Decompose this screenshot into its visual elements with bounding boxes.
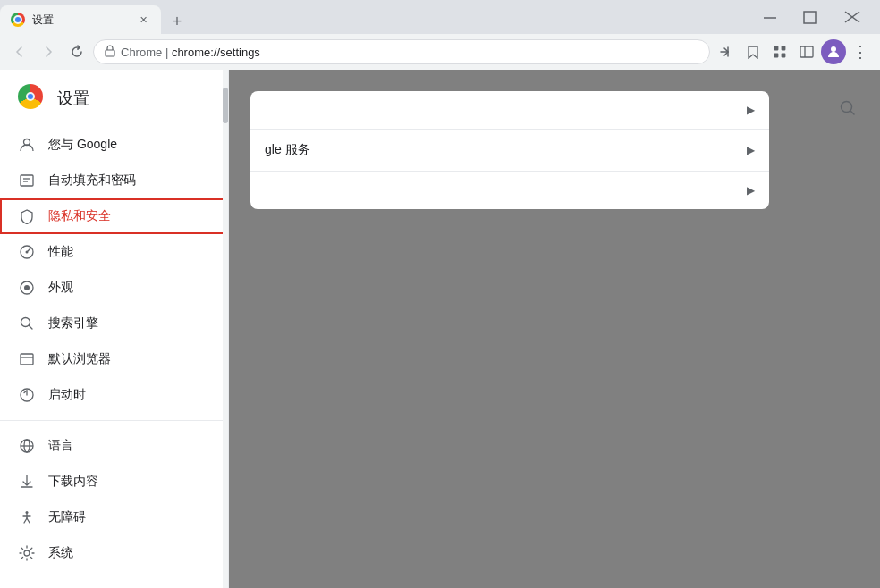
- card-item-1[interactable]: ▶: [250, 91, 769, 130]
- sidebar-item-performance[interactable]: 性能: [0, 234, 228, 270]
- appearance-icon: [18, 279, 36, 297]
- svg-line-38: [27, 518, 30, 523]
- search-icon: [18, 315, 36, 332]
- sidebar-item-label: 您与 Google: [48, 137, 117, 153]
- svg-point-39: [24, 550, 30, 556]
- sidebar-item-default-browser[interactable]: 默认浏览器: [0, 341, 228, 377]
- card-item-3[interactable]: ▶: [250, 172, 769, 209]
- share-button[interactable]: [714, 39, 739, 64]
- svg-line-24: [30, 326, 33, 330]
- download-icon: [18, 473, 36, 491]
- active-tab[interactable]: 设置 ✕: [0, 5, 161, 34]
- sidebar-item-accessibility[interactable]: 无障碍: [0, 500, 228, 535]
- main-search-button[interactable]: [833, 94, 862, 122]
- person-icon: [18, 136, 36, 154]
- toolbar: Chrome | chrome://settings: [0, 34, 880, 70]
- toolbar-actions: ⋮: [714, 39, 873, 64]
- window-controls: [742, 0, 880, 34]
- svg-rect-11: [782, 54, 786, 58]
- sidebar-item-label: 启动时: [48, 387, 86, 403]
- svg-rect-9: [782, 46, 786, 51]
- close-button[interactable]: [832, 0, 873, 34]
- settings-card-1: ▶ gle 服务 ▶ ▶: [250, 91, 769, 209]
- sidebar-item-search-engine[interactable]: 搜索引擎: [0, 306, 228, 341]
- accessibility-icon: [18, 508, 36, 526]
- browser-window: 设置 ✕ +: [0, 0, 880, 588]
- svg-rect-2: [791, 0, 832, 34]
- svg-point-22: [24, 285, 30, 290]
- sidebar-toggle-button[interactable]: [794, 39, 819, 64]
- card-item-2[interactable]: gle 服务 ▶: [250, 130, 769, 172]
- title-bar: 设置 ✕ +: [0, 0, 880, 34]
- settings-sidebar: 设置 您与 Google: [0, 70, 229, 588]
- sidebar-item-system[interactable]: 系统: [0, 535, 228, 571]
- sidebar-item-downloads[interactable]: 下载内容: [0, 464, 228, 500]
- sidebar-item-label: 自动填充和密码: [48, 172, 136, 189]
- sidebar-item-label: 默认浏览器: [48, 351, 111, 367]
- card-item-text-2: gle 服务: [265, 142, 747, 158]
- performance-icon: [18, 243, 36, 261]
- sidebar-header: 设置: [0, 70, 228, 127]
- sidebar-item-label: 无障碍: [48, 509, 86, 525]
- svg-rect-12: [800, 46, 813, 57]
- sidebar-scrollbar[interactable]: [223, 70, 228, 588]
- svg-point-20: [26, 251, 29, 254]
- tabs-area: 设置 ✕ +: [0, 0, 742, 34]
- svg-line-37: [24, 518, 27, 523]
- sidebar-item-google-account[interactable]: 您与 Google: [0, 127, 228, 163]
- main-content: ▶ gle 服务 ▶ ▶: [229, 70, 880, 588]
- sidebar-item-label: 搜索引擎: [48, 315, 98, 332]
- settings-cards-container: ▶ gle 服务 ▶ ▶: [250, 91, 769, 223]
- sidebar-item-appearance[interactable]: 外观: [0, 270, 228, 306]
- extensions-button[interactable]: [767, 39, 792, 64]
- svg-point-14: [831, 46, 836, 52]
- sidebar-item-label: 语言: [48, 438, 73, 454]
- back-button[interactable]: [7, 39, 32, 64]
- sidebar-item-privacy[interactable]: 隐私和安全: [0, 198, 228, 234]
- browser-icon: [18, 350, 36, 368]
- sidebar-item-label: 外观: [48, 280, 73, 296]
- chrome-logo-icon: [11, 13, 25, 27]
- chrome-logo-settings: [18, 84, 43, 109]
- refresh-button[interactable]: [64, 39, 89, 64]
- card-item-arrow-2: ▶: [747, 144, 755, 156]
- sidebar-item-label: 性能: [48, 244, 73, 260]
- sidebar-item-autofill[interactable]: 自动填充和密码: [0, 163, 228, 198]
- tab-title: 设置: [32, 13, 129, 28]
- address-bar[interactable]: Chrome | chrome://settings: [93, 39, 710, 64]
- startup-icon: [18, 386, 36, 404]
- settings-page-title: 设置: [57, 88, 89, 109]
- content-area: 设置 您与 Google: [0, 70, 880, 588]
- svg-point-23: [21, 318, 30, 327]
- svg-line-41: [850, 111, 854, 114]
- sidebar-item-languages[interactable]: 语言: [0, 428, 228, 464]
- chrome-settings-logo: [18, 84, 47, 113]
- lock-icon: [105, 45, 115, 60]
- forward-button[interactable]: [36, 39, 61, 64]
- svg-rect-7: [106, 50, 114, 56]
- chrome-label: Chrome: [121, 46, 162, 59]
- sidebar-item-startup[interactable]: 启动时: [0, 377, 228, 413]
- nav-divider: [0, 420, 228, 421]
- profile-button[interactable]: [821, 39, 846, 64]
- card-item-arrow-1: ▶: [747, 104, 755, 116]
- tab-close-button[interactable]: ✕: [136, 13, 150, 27]
- address-text: Chrome | chrome://settings: [121, 46, 698, 59]
- shield-icon: [18, 207, 36, 225]
- bookmark-button[interactable]: [740, 39, 766, 64]
- restore-button[interactable]: [791, 0, 832, 34]
- card-item-arrow-3: ▶: [747, 184, 755, 197]
- svg-rect-0: [749, 0, 791, 34]
- address-separator: |: [165, 46, 172, 59]
- menu-button[interactable]: ⋮: [848, 39, 873, 64]
- minimize-button[interactable]: [749, 0, 791, 34]
- system-icon: [18, 544, 36, 562]
- svg-rect-16: [21, 175, 33, 186]
- new-tab-button[interactable]: +: [165, 9, 190, 34]
- sidebar-item-label: 隐私和安全: [48, 208, 111, 224]
- sidebar-item-label: 下载内容: [48, 474, 98, 490]
- globe-icon: [18, 437, 36, 455]
- svg-rect-25: [21, 354, 33, 365]
- svg-rect-10: [774, 54, 779, 58]
- sidebar-scrollbar-thumb: [223, 88, 228, 123]
